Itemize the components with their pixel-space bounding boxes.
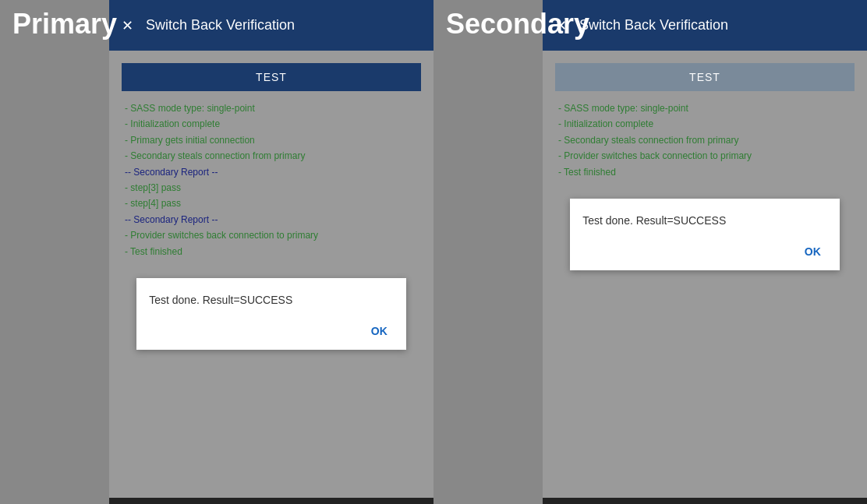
- secondary-dialog-message: Test done. Result=SUCCESS: [582, 214, 827, 227]
- secondary-log-lines: - SASS mode type: single-point- Initiali…: [555, 100, 855, 180]
- primary-content-area: TEST - SASS mode type: single-point- Ini…: [109, 51, 434, 498]
- secondary-bottom-bar: [543, 498, 867, 504]
- primary-bottom-bar: [109, 498, 434, 504]
- primary-title-text: Switch Back Verification: [146, 17, 295, 33]
- log-line: - Initialization complete: [558, 116, 851, 132]
- primary-dialog-actions: OK: [149, 322, 394, 340]
- log-line: - Primary gets initial connection: [125, 132, 418, 148]
- primary-log-lines: - SASS mode type: single-point- Initiali…: [122, 100, 421, 259]
- log-line: -- Secondary Report --: [125, 164, 418, 180]
- log-line: - Provider switches back connection to p…: [125, 227, 418, 243]
- primary-title-bar: ✕ Switch Back Verification: [109, 0, 434, 51]
- log-line: - Provider switches back connection to p…: [558, 148, 851, 164]
- primary-ok-button[interactable]: OK: [365, 322, 394, 340]
- log-line: - Initialization complete: [125, 116, 418, 132]
- primary-label: Primary: [0, 0, 129, 48]
- log-line: - Secondary steals connection from prima…: [558, 132, 851, 148]
- primary-device-frame: ✕ Switch Back Verification TEST - SASS m…: [109, 0, 434, 504]
- secondary-dialog: Test done. Result=SUCCESS OK: [570, 199, 840, 270]
- log-line: - step[3] pass: [125, 180, 418, 196]
- primary-panel: Primary ✕ Switch Back Verification TEST …: [0, 0, 434, 504]
- secondary-device-frame: ✕ Switch Back Verification TEST - SASS m…: [543, 0, 867, 504]
- secondary-label: Secondary: [434, 0, 602, 48]
- log-line: -- Secondary Report --: [125, 212, 418, 227]
- log-line: - Test finished: [125, 244, 418, 259]
- secondary-panel: Secondary ✕ Switch Back Verification TES…: [434, 0, 867, 504]
- secondary-ok-button[interactable]: OK: [798, 242, 827, 261]
- primary-dialog-message: Test done. Result=SUCCESS: [149, 294, 394, 306]
- secondary-test-button: TEST: [555, 63, 855, 91]
- secondary-content-area: TEST - SASS mode type: single-point- Ini…: [543, 51, 867, 498]
- log-line: - SASS mode type: single-point: [558, 100, 851, 116]
- secondary-dialog-actions: OK: [582, 242, 827, 261]
- log-line: - SASS mode type: single-point: [125, 100, 418, 116]
- log-line: - Test finished: [558, 164, 851, 180]
- log-line: - Secondary steals connection from prima…: [125, 148, 418, 164]
- primary-dialog: Test done. Result=SUCCESS OK: [136, 278, 406, 350]
- log-line: - step[4] pass: [125, 196, 418, 211]
- primary-test-button[interactable]: TEST: [122, 63, 421, 91]
